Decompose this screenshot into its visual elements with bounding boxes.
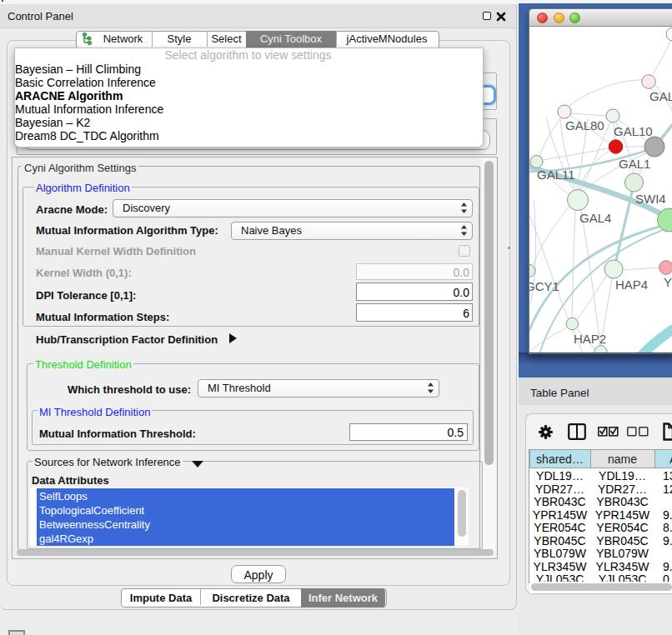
- svg-text:GAL: GAL: [649, 89, 672, 103]
- svg-text:GAL1: GAL1: [619, 157, 650, 171]
- svg-text:HAP2: HAP2: [574, 332, 606, 346]
- svg-text:Y: Y: [664, 275, 672, 289]
- svg-text:SWI4: SWI4: [635, 192, 666, 206]
- svg-text:GAL4: GAL4: [579, 211, 611, 225]
- svg-text:GAL80: GAL80: [565, 118, 604, 132]
- svg-text:GCY1: GCY1: [529, 279, 559, 293]
- svg-text:GAL10: GAL10: [614, 124, 653, 138]
- svg-text:GAL11: GAL11: [537, 168, 575, 182]
- svg-text:HAP4: HAP4: [615, 278, 648, 292]
